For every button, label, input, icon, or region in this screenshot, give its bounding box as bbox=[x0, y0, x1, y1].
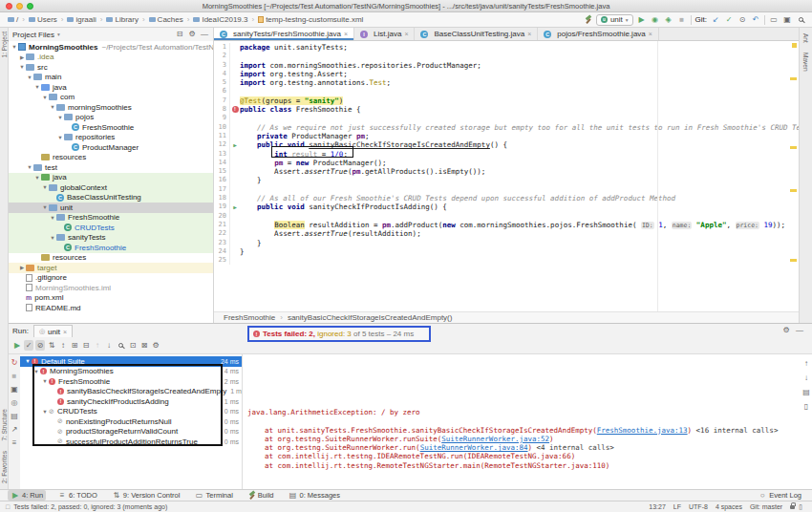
warning-stripe-mark[interactable] bbox=[790, 189, 797, 192]
show-passed-icon[interactable]: ✓ bbox=[24, 340, 33, 351]
tree-arrow-icon[interactable]: ▼ bbox=[26, 75, 33, 80]
tree-arrow-icon[interactable]: ▼ bbox=[11, 44, 18, 50]
chevron-down-icon[interactable]: ▾ bbox=[57, 32, 60, 37]
run-tab-unit[interactable]: ◎ unit × bbox=[33, 325, 73, 337]
editor-tab[interactable]: IList.java× bbox=[354, 28, 415, 40]
stop-icon[interactable]: ■ bbox=[677, 14, 687, 25]
test-tree-row[interactable]: ▼!MorningSmoothies4 ms bbox=[20, 367, 242, 377]
tree-arrow-icon[interactable]: ▼ bbox=[49, 215, 56, 221]
project-tree-item[interactable]: ▼repositories bbox=[9, 133, 213, 143]
code-line[interactable]: 15 Assert.assertTrue(pm.getAllProducts()… bbox=[214, 167, 799, 176]
close-icon[interactable]: × bbox=[649, 31, 652, 37]
tool-stripe-button[interactable]: 2: Favorites bbox=[1, 451, 8, 483]
code-line[interactable]: 18 // As all of our Fresh Smoothie's CRU… bbox=[214, 194, 799, 203]
scroll-down-icon[interactable]: ↓ bbox=[801, 373, 811, 383]
status-bar-widget[interactable]: UTF-8 bbox=[685, 503, 712, 510]
test-failed-gutter-icon[interactable]: ! bbox=[232, 106, 239, 113]
stop-icon[interactable]: ■ bbox=[10, 371, 19, 381]
search-icon[interactable] bbox=[118, 343, 123, 348]
vcs-icon[interactable]: ⇅ bbox=[112, 490, 121, 501]
snapshot-icon[interactable]: ▣ bbox=[10, 384, 19, 395]
breadcrumb-item[interactable]: / bbox=[6, 15, 20, 24]
stack-trace-link[interactable]: FreshSmoothie.java:13 bbox=[597, 426, 688, 435]
tree-arrow-icon[interactable]: ▶ bbox=[18, 265, 26, 270]
test-tree-row[interactable]: !sanityBasicCheckIfStorageIsCreatedAndEm… bbox=[20, 387, 242, 397]
tool-stripe-button[interactable]: Ant bbox=[802, 33, 809, 43]
debug-icon[interactable]: ◉ bbox=[651, 14, 660, 25]
run-icon[interactable]: ▶ bbox=[637, 14, 647, 25]
coverage-report-icon[interactable]: ◎ bbox=[10, 397, 19, 408]
collapse-all-icon[interactable]: ⊟ bbox=[81, 340, 91, 351]
tree-arrow-icon[interactable]: ▼ bbox=[41, 378, 49, 384]
code-line[interactable]: 19▶ public void sanityCheckIfProductIsAd… bbox=[214, 203, 799, 211]
project-tree-item[interactable]: ▼morningSmoothies bbox=[9, 102, 213, 113]
git-update-icon[interactable]: ↙ bbox=[711, 14, 720, 25]
test-tree-row[interactable]: ⊘successfulProductAdditionReturnsTrue0 m… bbox=[20, 437, 242, 447]
tree-arrow-icon[interactable]: ▼ bbox=[41, 204, 49, 210]
import-results-icon[interactable]: ⊡ bbox=[128, 340, 138, 351]
git-rollback-icon[interactable]: ↶ bbox=[751, 14, 760, 25]
show-ignored-icon[interactable]: ⊘ bbox=[35, 340, 45, 351]
code-editor[interactable]: 1package unit.sanityTests;23import com.m… bbox=[214, 41, 799, 311]
code-line[interactable]: 7@Test(groups = "sanity") bbox=[214, 96, 799, 105]
code-line[interactable]: 14 pm = new ProductManager(); bbox=[214, 159, 799, 167]
tree-arrow-icon[interactable]: ▼ bbox=[33, 84, 41, 90]
previous-failed-icon[interactable]: ↑ bbox=[93, 340, 102, 351]
code-line[interactable]: 5import org.testng.annotations.Test; bbox=[214, 78, 799, 87]
toolwindow-button-build[interactable]: Build bbox=[245, 490, 277, 501]
toolwindow-button-6-todo[interactable]: ≡6: TODO bbox=[54, 490, 100, 501]
warning-stripe-mark[interactable] bbox=[790, 259, 797, 262]
tool-stripe-button[interactable]: Maven bbox=[802, 53, 809, 72]
status-message[interactable]: Tests failed: 2, passed: 0, ignored: 3 (… bbox=[13, 503, 167, 510]
hide-icon[interactable]: — bbox=[795, 326, 804, 336]
project-tree-item[interactable]: CCRUDTests bbox=[9, 223, 213, 233]
run-test-gutter-icon[interactable]: ▶ bbox=[233, 203, 237, 211]
hide-icon[interactable]: — bbox=[200, 30, 209, 40]
terminal-icon[interactable]: ▭ bbox=[194, 490, 203, 501]
status-bar-widget[interactable]: Git: master bbox=[746, 503, 786, 510]
close-icon[interactable]: × bbox=[404, 31, 408, 37]
code-line[interactable]: 17 bbox=[214, 185, 799, 194]
project-tree-item[interactable]: resources bbox=[9, 253, 213, 264]
git-history-icon[interactable]: ⊙ bbox=[737, 14, 747, 25]
warning-stripe-mark[interactable] bbox=[790, 77, 797, 80]
rerun-icon[interactable]: ▶ bbox=[12, 340, 22, 351]
stack-trace-link[interactable]: SuiteRunnerWorker.java:84 bbox=[420, 443, 528, 452]
project-tree-item[interactable]: ▼src bbox=[9, 62, 213, 73]
messages-icon[interactable]: ▤ bbox=[288, 490, 298, 501]
toolwindow-button-terminal[interactable]: ▭Terminal bbox=[191, 490, 235, 501]
test-tree-row[interactable]: ⊘productStorageReturnValidCount0 ms bbox=[20, 427, 242, 437]
tree-arrow-icon[interactable]: ▼ bbox=[41, 95, 49, 100]
project-tree-item[interactable]: ▼MorningSmoothies~/Projects/Test Automat… bbox=[9, 42, 213, 53]
tree-arrow-icon[interactable]: ▶ bbox=[18, 54, 26, 60]
stack-trace-link[interactable]: SuiteRunnerWorker.java:52 bbox=[441, 435, 549, 443]
code-line[interactable]: 2 bbox=[214, 52, 799, 60]
editor-tab[interactable]: Cpojos/FreshSmoothie.java× bbox=[538, 28, 659, 40]
code-line[interactable]: 22 Assert.assertTrue(resultAddition); bbox=[214, 229, 799, 238]
window-icon[interactable]: ▣ bbox=[782, 14, 792, 25]
code-line[interactable]: 23 } bbox=[214, 239, 799, 247]
test-tree-row[interactable]: ⊘nonExistingProductReturnsNull0 ms bbox=[20, 416, 242, 427]
status-bar-widget[interactable]: 13:27 bbox=[645, 503, 670, 510]
search-icon[interactable] bbox=[799, 17, 803, 22]
collapse-all-icon[interactable]: ⊟ bbox=[175, 30, 184, 40]
coverage-icon[interactable]: ◈ bbox=[664, 14, 673, 25]
project-tree-item[interactable]: ▶target bbox=[9, 263, 213, 273]
pin-icon[interactable]: ↗ bbox=[10, 424, 19, 435]
close-icon[interactable]: × bbox=[344, 31, 348, 37]
test-output-console[interactable]: ↑↓▤▯ java.lang.ArithmeticException: / by… bbox=[243, 354, 812, 489]
tree-arrow-icon[interactable]: ▼ bbox=[41, 184, 49, 190]
project-tree-item[interactable]: ▼FreshSmoothie bbox=[9, 213, 213, 224]
run-icon[interactable]: ▶ bbox=[11, 490, 20, 501]
tool-stripe-button[interactable]: 7: Structure bbox=[1, 409, 8, 441]
project-tree-item[interactable]: README.md bbox=[9, 303, 213, 313]
status-bar-widget[interactable]: 4 spaces bbox=[712, 503, 746, 510]
code-line[interactable]: 25 bbox=[214, 256, 799, 265]
tree-arrow-icon[interactable]: ▼ bbox=[49, 235, 56, 241]
run-configuration-select[interactable]: u unit ▾ bbox=[596, 14, 633, 26]
project-tree-item[interactable]: CProductManager bbox=[9, 142, 213, 153]
project-tree-item[interactable]: ▼java bbox=[9, 173, 213, 183]
tree-arrow-icon[interactable]: ▼ bbox=[32, 369, 40, 374]
project-tree-item[interactable]: ▼test bbox=[9, 162, 213, 173]
tree-arrow-icon[interactable]: ▼ bbox=[26, 164, 33, 170]
